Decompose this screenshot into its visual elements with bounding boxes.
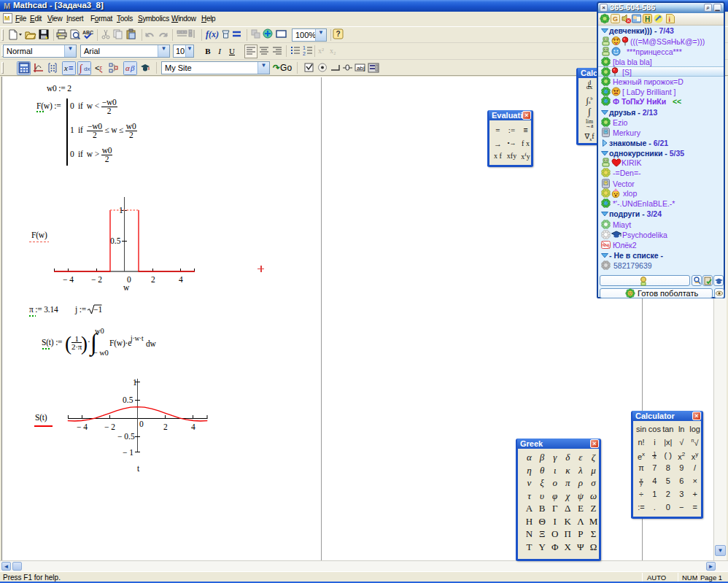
svg-text:ξ: ξ [99, 65, 103, 74]
svg-text:2: 2 [163, 422, 168, 431]
svg-text:0.5: 0.5 [110, 236, 121, 245]
svg-text:− 2: − 2 [91, 275, 102, 284]
svg-text:− 1: − 1 [123, 448, 133, 457]
svg-text:f(x): f(x) [206, 29, 219, 39]
svg-text:4: 4 [191, 422, 195, 431]
svg-text:ABC: ABC [82, 30, 93, 35]
svg-text:α: α [125, 63, 130, 72]
svg-text:β: β [130, 63, 135, 72]
svg-text:G: G [613, 15, 618, 23]
svg-text:− 2: − 2 [104, 422, 115, 431]
svg-text:?: ? [336, 30, 341, 38]
svg-text:4: 4 [179, 275, 183, 284]
svg-text:dx: dx [84, 66, 90, 72]
svg-text:2: 2 [303, 51, 306, 56]
svg-text:=: = [69, 63, 73, 72]
svg-text:x²: x² [318, 47, 324, 55]
svg-text:i: i [669, 16, 671, 23]
svg-text:x₂: x₂ [330, 47, 336, 55]
svg-text:− 4: − 4 [77, 422, 88, 431]
svg-text:− 4: − 4 [63, 275, 74, 284]
svg-text:1: 1 [303, 45, 306, 50]
svg-text:1: 1 [119, 206, 123, 215]
svg-text:w: w [123, 283, 130, 292]
svg-text:− 0.5: − 0.5 [117, 432, 135, 441]
svg-text:H: H [645, 15, 650, 23]
svg-text:0: 0 [139, 420, 144, 428]
svg-text:−1: −1 [93, 305, 102, 314]
svg-text:2: 2 [151, 275, 155, 284]
svg-text:x: x [63, 63, 68, 72]
svg-text:t: t [137, 464, 140, 473]
svg-text:1: 1 [133, 378, 137, 387]
svg-text:ab|: ab| [357, 65, 365, 72]
svg-text:0.5: 0.5 [123, 395, 133, 404]
